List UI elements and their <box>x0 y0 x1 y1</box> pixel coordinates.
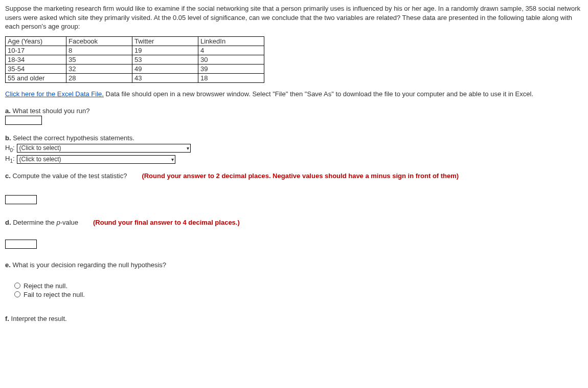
question-a: a. What test should you run? <box>5 107 583 125</box>
test-statistic-input[interactable] <box>5 195 37 204</box>
qa-a-prefix: a. <box>5 107 11 115</box>
datafile-instruction: Data file should open in a new browswer … <box>104 90 533 98</box>
th-linkedin: LinkedIn <box>198 36 264 46</box>
qa-c-text: Compute the value of the test statistic? <box>11 172 127 180</box>
h0-label: H0: <box>5 143 15 154</box>
p-value-input[interactable] <box>5 240 37 249</box>
qa-b-prefix: b. <box>5 134 11 142</box>
qa-b-text: Select the correct hypothesis statements… <box>11 134 134 142</box>
radio-label-reject: Reject the null. <box>24 282 67 290</box>
cell-li: 39 <box>198 64 264 73</box>
qa-c-hint: (Round your answer to 2 decimal places. … <box>142 172 459 180</box>
radio-option-reject[interactable]: Reject the null. <box>14 282 583 290</box>
qa-a-text: What test should you run? <box>11 107 90 115</box>
table-row: 10-17 8 19 4 <box>6 46 264 55</box>
cell-age: 10-17 <box>6 46 66 55</box>
qa-d-text: Determine the <box>11 219 57 226</box>
cell-fb: 28 <box>66 73 132 82</box>
chevron-down-icon: ▾ <box>187 144 189 152</box>
radio-icon <box>14 291 20 297</box>
radio-label-fail-reject: Fail to reject the null. <box>24 291 85 298</box>
radio-icon <box>14 283 20 289</box>
cell-fb: 32 <box>66 64 132 73</box>
qa-d-text2: -value <box>60 219 78 226</box>
p-italic: p <box>56 219 60 226</box>
data-table: Age (Years) Facebook Twitter LinkedIn 10… <box>5 36 264 83</box>
table-header-row: Age (Years) Facebook Twitter LinkedIn <box>6 36 264 46</box>
question-f: f. Interpret the result. <box>5 315 583 322</box>
qa-d-prefix: d. <box>5 219 11 226</box>
cell-fb: 35 <box>66 55 132 64</box>
h0-select[interactable]: (Click to select) ▾ <box>17 144 191 153</box>
cell-fb: 8 <box>66 46 132 55</box>
cell-tw: 43 <box>132 73 198 82</box>
radio-option-fail-reject[interactable]: Fail to reject the null. <box>14 291 583 298</box>
qa-f-text: Interpret the result. <box>9 315 67 322</box>
qa-c-prefix: c. <box>5 172 11 180</box>
cell-li: 30 <box>198 55 264 64</box>
h1-select[interactable]: (Click to select) ▾ <box>17 155 175 164</box>
th-age: Age (Years) <box>6 36 66 46</box>
question-d: d. Determine the p-value (Round your fin… <box>5 219 583 249</box>
cell-age: 18-34 <box>6 55 66 64</box>
th-facebook: Facebook <box>66 36 132 46</box>
h1-select-placeholder: (Click to select) <box>19 155 61 164</box>
cell-tw: 19 <box>132 46 198 55</box>
th-twitter: Twitter <box>132 36 198 46</box>
datafile-note: Click here for the Excel Data File. Data… <box>5 90 583 98</box>
qa-f-prefix: f. <box>5 315 9 322</box>
cell-li: 4 <box>198 46 264 55</box>
table-row: 35-54 32 49 39 <box>6 64 264 73</box>
excel-data-file-link[interactable]: Click here for the Excel Data File. <box>5 90 104 98</box>
chevron-down-icon: ▾ <box>171 156 174 163</box>
test-name-input[interactable] <box>5 116 42 125</box>
question-e: e. What is your decision regarding the n… <box>5 261 583 298</box>
cell-tw: 53 <box>132 55 198 64</box>
cell-tw: 49 <box>132 64 198 73</box>
cell-li: 18 <box>198 73 264 82</box>
cell-age: 55 and older <box>6 73 66 82</box>
table-row: 55 and older 28 43 18 <box>6 73 264 82</box>
table-row: 18-34 35 53 30 <box>6 55 264 64</box>
qa-d-hint: (Round your final answer to 4 decimal pl… <box>93 219 240 226</box>
cell-age: 35-54 <box>6 64 66 73</box>
question-b: b. Select the correct hypothesis stateme… <box>5 134 583 165</box>
qa-e-text: What is your decision regarding the null… <box>11 261 166 269</box>
qa-e-prefix: e. <box>5 261 11 269</box>
h0-select-placeholder: (Click to select) <box>19 143 61 153</box>
intro-text: Suppose the marketing research firm woul… <box>5 4 583 31</box>
question-c: c. Compute the value of the test statist… <box>5 172 583 204</box>
h1-label: H1: <box>5 154 15 165</box>
